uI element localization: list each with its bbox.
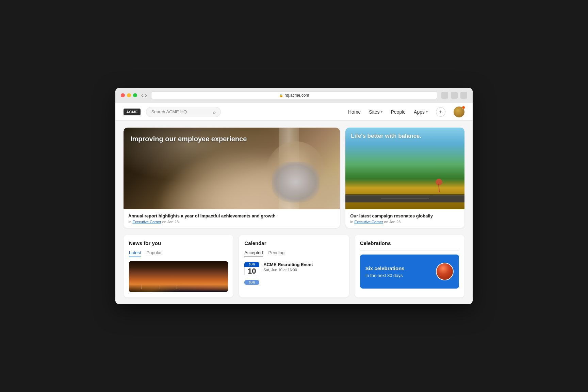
calendar-event-1[interactable]: JUN 10 ACME Recruiting Event Sat, Jun 10…	[244, 262, 343, 276]
browser-chrome: ‹ › 🔒 hq.acme.com	[115, 88, 473, 103]
bottom-section: News for you Latest Popular ✳	[124, 235, 464, 297]
navbar: ACME ⌕ Home Sites ▾ People Apps ▾ +	[115, 103, 473, 121]
celebrations-sub-text: In the next 30 days	[365, 273, 405, 278]
event1-date-badge: JUN 10	[244, 262, 259, 276]
news-widget: News for you Latest Popular ✳	[124, 235, 233, 297]
tab-button[interactable]	[460, 92, 467, 99]
calendar-tabs: Accepted Pending	[244, 250, 343, 257]
event1-time: Sat, Jun 10 at 16:00	[263, 268, 313, 272]
search-icon: ⌕	[213, 109, 216, 115]
page: ACME ⌕ Home Sites ▾ People Apps ▾ +	[115, 103, 473, 304]
hero-right-caption-area: Our latest campaign resonates globally I…	[345, 209, 464, 228]
nav-home[interactable]: Home	[348, 109, 361, 115]
address-bar[interactable]: 🔒 hq.acme.com	[151, 91, 437, 99]
back-arrow[interactable]: ‹	[141, 92, 143, 98]
celebrations-divider	[360, 250, 459, 250]
apps-chevron-icon: ▾	[426, 110, 428, 114]
event1-month: JUN	[244, 262, 259, 267]
celebrations-banner[interactable]: Six celebrations In the next 30 days	[360, 255, 459, 289]
hero-section: Improving our employee experience Annual…	[124, 128, 464, 228]
traffic-lights	[121, 93, 137, 97]
event2-date-badge: JUN	[244, 280, 259, 285]
nav-apps[interactable]: Apps ▾	[414, 109, 428, 115]
download-button[interactable]	[451, 92, 458, 99]
search-input[interactable]	[151, 109, 210, 114]
tab-latest[interactable]: Latest	[129, 250, 141, 257]
hero-left-image: Improving our employee experience	[124, 128, 340, 209]
celebration-avatar-image	[437, 263, 453, 280]
search-bar[interactable]: ⌕	[146, 107, 221, 117]
event1-title: ACME Recruiting Event	[263, 262, 313, 267]
news-image: ✳ ✳ ✳	[129, 261, 228, 292]
news-widget-title: News for you	[129, 240, 228, 246]
tab-popular[interactable]: Popular	[146, 250, 162, 257]
nav-links: Home Sites ▾ People Apps ▾ +	[348, 107, 464, 117]
celebration-avatar	[436, 263, 454, 280]
hero-left-meta-link[interactable]: Executive Corner	[132, 220, 161, 224]
main-content: Improving our employee experience Annual…	[115, 121, 473, 304]
event2-month: JUN	[244, 280, 259, 285]
hero-left-meta: In Executive Corner on Jan 23	[128, 220, 335, 224]
close-button[interactable]	[121, 93, 125, 97]
user-avatar-wrap[interactable]	[454, 107, 464, 117]
hero-right-meta: In Executive Corner on Jan 23	[350, 220, 460, 224]
celebrations-main-text: Six celebrations	[365, 265, 405, 272]
calendar-event-2: JUN	[244, 280, 343, 285]
hero-left-overlay-text: Improving our employee experience	[130, 134, 247, 143]
hero-right-image: Life's better with balance.	[345, 128, 464, 209]
hero-right-overlay-text: Life's better with balance.	[351, 132, 421, 140]
event1-day: 10	[244, 267, 259, 276]
tab-accepted[interactable]: Accepted	[244, 250, 263, 257]
nav-sites[interactable]: Sites ▾	[369, 109, 382, 115]
url-text: hq.acme.com	[284, 93, 309, 98]
celebrations-widget-title: Celebrations	[360, 240, 459, 246]
event1-details: ACME Recruiting Event Sat, Jun 10 at 16:…	[263, 262, 313, 272]
celebrations-text: Six celebrations In the next 30 days	[365, 265, 405, 278]
minimize-button[interactable]	[127, 93, 131, 97]
hero-left-caption: Annual report highlights a year of impac…	[128, 213, 335, 218]
tab-pending[interactable]: Pending	[268, 250, 285, 257]
calendar-widget: Calendar Accepted Pending JUN 10 ACME Re…	[239, 235, 349, 297]
notification-badge	[462, 106, 465, 109]
nav-people[interactable]: People	[391, 109, 406, 115]
celebrations-widget: Celebrations Six celebrations In the nex…	[355, 235, 464, 297]
news-tabs: Latest Popular	[129, 250, 228, 257]
browser-window: ‹ › 🔒 hq.acme.com ACME ⌕ Home Sites	[115, 88, 473, 304]
logo[interactable]: ACME	[124, 109, 141, 115]
hero-right-meta-link[interactable]: Executive Corner	[354, 220, 383, 224]
hero-left-card[interactable]: Improving our employee experience Annual…	[124, 128, 340, 228]
share-button[interactable]	[441, 92, 448, 99]
hero-right-card[interactable]: Life's better with balance. Our latest c…	[345, 128, 464, 228]
sites-chevron-icon: ▾	[381, 110, 382, 114]
hero-left-caption-area: Annual report highlights a year of impac…	[124, 209, 340, 228]
nav-arrows: ‹ ›	[141, 92, 147, 98]
lock-icon: 🔒	[279, 94, 283, 97]
add-button[interactable]: +	[436, 107, 445, 117]
maximize-button[interactable]	[133, 93, 137, 97]
forward-arrow[interactable]: ›	[145, 92, 147, 98]
browser-actions	[441, 92, 467, 99]
hero-right-caption: Our latest campaign resonates globally	[350, 213, 460, 218]
calendar-widget-title: Calendar	[244, 240, 343, 246]
